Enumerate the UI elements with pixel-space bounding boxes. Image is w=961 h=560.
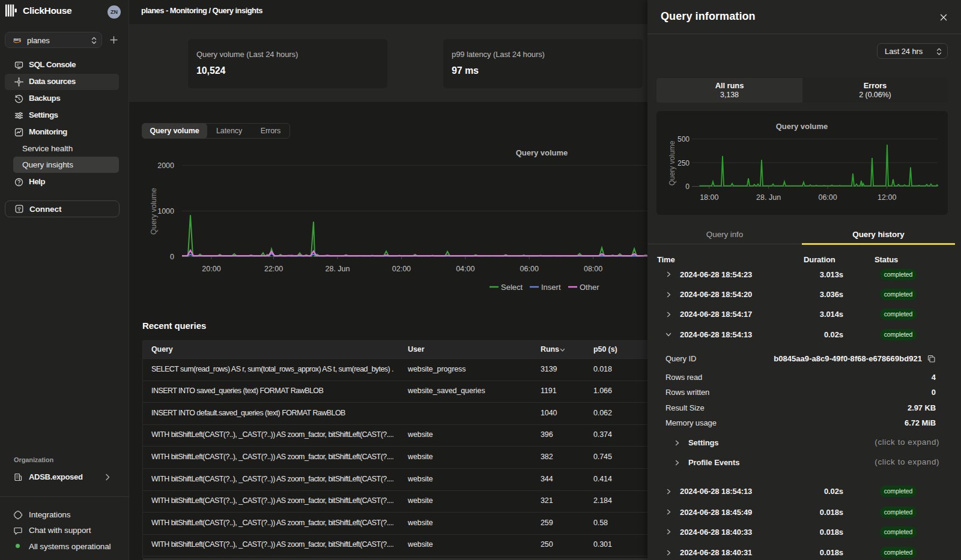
- svg-text:08:00: 08:00: [584, 265, 602, 273]
- svg-text:aws: aws: [14, 37, 22, 41]
- svg-text:20:00: 20:00: [202, 265, 220, 273]
- svg-text:28. Jun: 28. Jun: [756, 193, 781, 202]
- svg-text:02:00: 02:00: [392, 265, 411, 273]
- svg-text:04:00: 04:00: [456, 265, 474, 273]
- svg-text:18:00: 18:00: [700, 193, 718, 202]
- svg-text:Query volume: Query volume: [776, 122, 828, 131]
- svg-text:06:00: 06:00: [520, 265, 539, 273]
- svg-text:250: 250: [678, 159, 690, 167]
- svg-text:Other: Other: [580, 283, 599, 292]
- svg-text:Insert: Insert: [541, 283, 561, 292]
- svg-text:1000: 1000: [157, 207, 174, 215]
- svg-text:Query volume: Query volume: [150, 188, 158, 235]
- svg-text:28. Jun: 28. Jun: [325, 265, 350, 273]
- svg-text:0: 0: [170, 253, 174, 261]
- svg-text:0: 0: [685, 182, 690, 191]
- svg-text:Select: Select: [501, 283, 523, 292]
- svg-text:Query volume: Query volume: [516, 148, 568, 157]
- svg-text:2000: 2000: [157, 161, 174, 170]
- svg-text:Query volume: Query volume: [668, 140, 676, 185]
- svg-text:500: 500: [678, 135, 690, 143]
- svg-text:22:00: 22:00: [264, 265, 283, 273]
- svg-text:06:00: 06:00: [818, 193, 837, 202]
- svg-text:12:00: 12:00: [878, 193, 896, 202]
